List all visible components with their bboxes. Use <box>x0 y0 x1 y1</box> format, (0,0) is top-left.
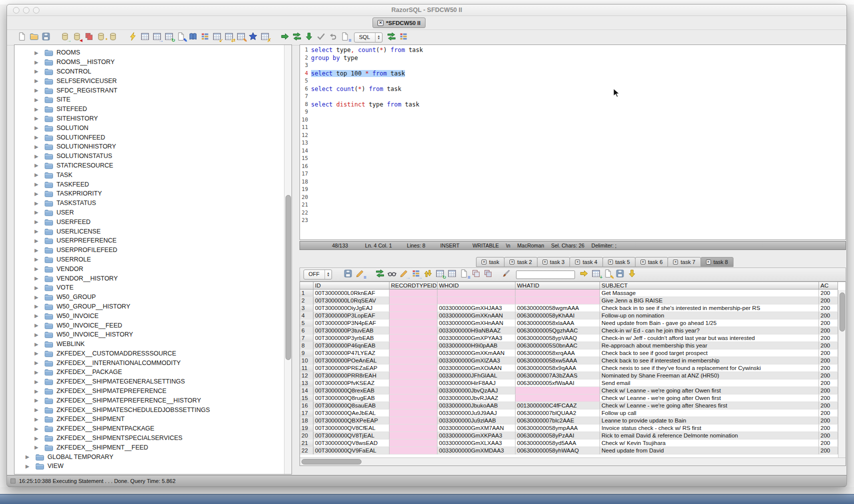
cell-recordtypeid[interactable] <box>390 424 438 432</box>
disclosure-triangle-icon[interactable]: ▶ <box>34 444 41 450</box>
cell-whoid[interactable]: 0033000000HirF8AAJ <box>438 380 516 387</box>
cell-num[interactable]: 13 <box>300 380 314 387</box>
table-row[interactable]: 600T3000000P3tuvEAB0033000000H9aNBAAZ006… <box>300 327 838 334</box>
table-row[interactable]: 1600T3000000Q8sauEAB0033000000JbukoAAB00… <box>300 402 838 410</box>
disclosure-triangle-icon[interactable]: ▶ <box>34 304 41 309</box>
cell-whoid[interactable]: 0033000000GmXPYAA3 <box>438 334 516 342</box>
table-row[interactable]: 200T3000000L0RqSEAVGive Jenn a BIG RAISE… <box>300 297 838 304</box>
cell-whatid[interactable]: 006300000058wgmAAA <box>516 304 600 312</box>
download-results-icon[interactable] <box>626 268 638 279</box>
tree-item-solutionstatus[interactable]: ▶SOLUTIONSTATUS <box>14 152 284 161</box>
disclosure-triangle-icon[interactable]: ▶ <box>34 68 41 74</box>
disclosure-triangle-icon[interactable]: ▶ <box>34 350 41 356</box>
cell-ac[interactable]: 200 <box>819 402 838 410</box>
disclosure-triangle-icon[interactable]: ▶ <box>34 88 41 93</box>
cell-whatid[interactable]: 006300000058yhWAAQ <box>516 447 600 454</box>
disclosure-triangle-icon[interactable]: ▶ <box>34 266 41 272</box>
tree-item-sitefeed[interactable]: ▶SITEFEED <box>14 104 284 114</box>
cell-whatid[interactable]: 006300000058xlaAAA <box>516 320 600 327</box>
cell-recordtypeid[interactable] <box>390 417 438 424</box>
cell-ac[interactable]: 200 <box>819 387 838 394</box>
disclosure-triangle-icon[interactable]: ▶ <box>34 370 41 375</box>
notes-icon[interactable]: ✎ <box>602 268 614 279</box>
tree-item-solution[interactable]: ▶SOLUTION <box>14 123 284 132</box>
cell-subject[interactable]: Nominated by Shane Freeman at ANZ (HR50) <box>600 372 819 380</box>
sql-code-area[interactable]: select type, count(*) from taskgroup by … <box>310 45 846 240</box>
row-limit-select[interactable]: OFF ▲▼ <box>304 270 332 280</box>
disclosure-triangle-icon[interactable]: ▶ <box>34 97 41 102</box>
disclosure-triangle-icon[interactable]: ▶ <box>34 210 41 215</box>
disclosure-triangle-icon[interactable]: ▶ <box>34 125 41 130</box>
result-tab-task-6[interactable]: ✕task 6 <box>635 257 668 267</box>
cell-recordtypeid[interactable] <box>390 402 438 410</box>
tree-item-zkfedex-shipmentpackage[interactable]: ▶ZKFEDEX__SHIPMENTPACKAGE <box>14 424 284 434</box>
cell-ac[interactable]: 200 <box>819 334 838 342</box>
tree-item-rooms[interactable]: ▶ROOMS <box>14 48 284 58</box>
tree-item-zkfedex-shipmentspecialservices[interactable]: ▶ZKFEDEX__SHIPMENTSPECIALSERVICES <box>14 434 284 443</box>
cell-id[interactable]: 00T3000000QV8CfEAL <box>314 424 390 432</box>
cell-whatid[interactable]: 00630000007A3bZAAS <box>516 372 600 380</box>
disclosure-triangle-icon[interactable]: ▶ <box>34 313 41 318</box>
result-tab-task-7[interactable]: ✕task 7 <box>668 257 700 267</box>
cell-recordtypeid[interactable] <box>390 387 438 394</box>
table-row[interactable]: 800T3000000P46qnEAB0033000000H9i0pAAB006… <box>300 342 838 350</box>
new-connection-icon[interactable]: * <box>96 32 106 42</box>
sql-editor[interactable]: 1234567891011121314151617181920212223 se… <box>300 44 846 240</box>
close-tab-icon[interactable]: ✕ <box>378 20 384 26</box>
tree-item-taskfeed[interactable]: ▶TASKFEED <box>14 180 284 189</box>
cell-ac[interactable]: 200 <box>819 417 838 424</box>
cell-subject[interactable]: Leanne to provide update to Bain <box>600 417 819 424</box>
cell-id[interactable]: 00T3000000P3N4pEAF <box>314 320 390 327</box>
column-header-recordtypeid[interactable]: RECORDTYPEID <box>390 282 438 290</box>
cell-subject[interactable]: Send email <box>600 380 819 387</box>
cell-recordtypeid[interactable] <box>390 394 438 402</box>
table-editor-icon[interactable] <box>140 32 150 42</box>
table-row[interactable]: 2000T3000000QV8TjEAL0033000000GmXKPAA300… <box>300 432 838 440</box>
disclosure-triangle-icon[interactable]: ▶ <box>34 398 41 403</box>
cell-num[interactable]: 11 <box>300 364 314 372</box>
cell-whoid[interactable]: 0033000000GmXHnAAN <box>438 320 516 327</box>
disclosure-triangle-icon[interactable]: ▶ <box>34 360 41 366</box>
cell-recordtypeid[interactable] <box>390 290 438 297</box>
cell-num[interactable]: 14 <box>300 387 314 394</box>
disclosure-triangle-icon[interactable]: ▶ <box>34 116 41 121</box>
cell-subject[interactable]: Check w/ Kevin Tsujihara <box>600 440 819 447</box>
cell-id[interactable]: 00T3000000Q8sauEAB <box>314 402 390 410</box>
results-horizontal-scrollbar[interactable] <box>300 458 846 466</box>
cell-ac[interactable]: 200 <box>819 432 838 440</box>
cell-whatid[interactable] <box>516 387 600 394</box>
table-row[interactable]: 1800T3000000QBXPeEAP0033000000Ju9zlAAB00… <box>300 417 838 424</box>
cell-subject[interactable]: Check back in to see if she's interested… <box>600 304 819 312</box>
cell-ac[interactable]: 200 <box>819 342 838 350</box>
cell-num[interactable]: 15 <box>300 394 314 402</box>
cell-whoid[interactable]: 0033000000GmXKPAA3 <box>438 432 516 440</box>
tree-item-w50-group[interactable]: ▶W50_GROUP <box>14 292 284 302</box>
cell-recordtypeid[interactable] <box>390 372 438 380</box>
cell-num[interactable]: 9 <box>300 350 314 357</box>
cell-num[interactable]: 21 <box>300 440 314 447</box>
cell-whatid[interactable]: 00630000007blc2AAE <box>516 417 600 424</box>
disclosure-triangle-icon[interactable]: ▶ <box>34 238 41 244</box>
cell-id[interactable]: 00T3000000OiyJgEAJ <box>314 304 390 312</box>
row-counter-icon[interactable] <box>398 32 409 42</box>
sidebar-scrollbar-thumb[interactable] <box>286 195 291 360</box>
close-tab-icon[interactable]: ✕ <box>482 260 486 264</box>
cell-whoid[interactable]: 0033000000JbvRJAAZ <box>438 394 516 402</box>
cell-ac[interactable]: 200 <box>819 350 838 357</box>
cell-id[interactable]: 00T3000000PRR8rEAH <box>314 372 390 380</box>
tree-item-sitehistory[interactable]: ▶SITEHISTORY <box>14 114 284 124</box>
compare-tables-icon[interactable]: ✗ <box>260 32 270 42</box>
cell-ac[interactable]: 200 <box>819 320 838 327</box>
cell-recordtypeid[interactable] <box>390 432 438 440</box>
cell-whoid[interactable]: 0033000000GmXKmAAN <box>438 350 516 357</box>
generate-sql-icon[interactable]: ✎ <box>176 32 186 42</box>
cell-recordtypeid[interactable] <box>390 357 438 364</box>
tree-item-w50-invoice-feed[interactable]: ▶W50_INVOICE__FEED <box>14 320 284 330</box>
tree-item-w50-group-history[interactable]: ▶W50_GROUP__HISTORY <box>14 302 284 312</box>
table-row[interactable]: 900T3000000P47LYEAZ0033000000GmXKmAAN006… <box>300 350 838 357</box>
close-tab-icon[interactable]: ✕ <box>608 260 613 264</box>
cell-whoid[interactable] <box>438 297 516 304</box>
tree-item-staticresource[interactable]: ▶STATICRESOURCE <box>14 161 284 170</box>
cell-id[interactable]: 00T3000000QV9FaEAL <box>314 447 390 454</box>
cell-whatid[interactable]: 00630000007blQUAA2 <box>516 410 600 417</box>
